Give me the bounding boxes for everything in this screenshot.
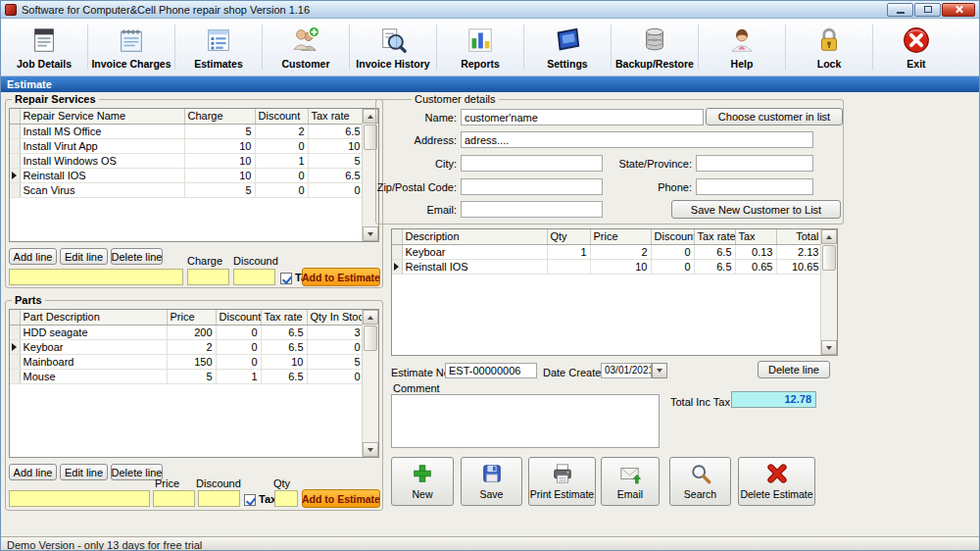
minimize-button[interactable]	[887, 3, 913, 17]
customer-details-group: Customer details Name: Choose customer i…	[375, 99, 844, 225]
toolbar-lock[interactable]: Lock	[786, 19, 872, 75]
repair-services-title: Repair Services	[12, 93, 99, 105]
toolbar-customer[interactable]: Customer	[263, 19, 349, 75]
repair-add-to-estimate-button[interactable]: Add to Estimate	[302, 268, 380, 286]
customer-details-title: Customer details	[412, 93, 499, 105]
total-inc-tax-value: 12.78	[731, 391, 816, 408]
parts-discount-label: Discound	[196, 477, 241, 489]
table-row[interactable]: Mainboard 150 0 10 5	[10, 354, 364, 369]
estimate-items-panel: Description Qty Price Discount Tax rate …	[391, 228, 838, 356]
parts-scrollbar[interactable]	[362, 310, 378, 457]
toolbar-invoice-charges[interactable]: Invoice Charges	[88, 19, 174, 75]
address-label: Address:	[376, 134, 457, 146]
toolbar-invoice-history[interactable]: Invoice History	[350, 19, 436, 75]
estimates-icon	[204, 25, 233, 57]
customer-city-input[interactable]	[461, 155, 603, 172]
toolbar-job-details[interactable]: Job Details	[1, 19, 87, 75]
scroll-down-icon[interactable]	[821, 340, 837, 355]
scrollbar-thumb[interactable]	[364, 326, 377, 351]
customer-state-input[interactable]	[696, 155, 813, 172]
customer-address-input[interactable]	[461, 131, 813, 148]
date-dropdown-button[interactable]	[652, 363, 667, 378]
new-icon	[412, 463, 433, 486]
parts-table: Part Description Price Discount Tax rate…	[10, 310, 365, 384]
status-text: Demo Version - only 13 days for free tri…	[7, 539, 202, 551]
toolbar-help[interactable]: Help	[699, 19, 785, 75]
customer-phone-input[interactable]	[696, 178, 813, 195]
save-new-customer-button[interactable]: Save New Customer to List	[671, 200, 841, 219]
new-button[interactable]: New	[391, 457, 454, 506]
repair-edit-line-button[interactable]: Edit line	[60, 248, 108, 265]
toolbar-exit[interactable]: Exit	[873, 19, 959, 75]
parts-add-line-button[interactable]: Add line	[9, 464, 57, 480]
table-row[interactable]: Scan Virus 5 0 0	[10, 182, 364, 197]
scroll-down-icon[interactable]	[363, 442, 378, 457]
comment-label: Comment	[393, 382, 440, 394]
estimate-no-label: Estimate No	[391, 367, 450, 378]
scroll-up-icon[interactable]	[821, 229, 837, 244]
app-icon	[5, 4, 17, 16]
table-row[interactable]: Mouse 5 1 6.5 0	[10, 369, 364, 383]
scroll-down-icon[interactable]	[363, 226, 378, 241]
search-button[interactable]: Search	[669, 457, 731, 506]
toolbar-estimates[interactable]: Estimates	[175, 19, 262, 75]
repair-discount-label: Discound	[233, 255, 278, 267]
settings-icon	[553, 25, 582, 57]
zip-label: Zip/Postal Code:	[376, 181, 457, 193]
parts-tax-checkbox[interactable]	[244, 494, 256, 506]
table-row[interactable]: Keyboar 1 2 0 6.5 0.13 2.13	[392, 244, 822, 259]
customer-icon	[291, 25, 320, 57]
table-row[interactable]: Install MS Office 5 2 6.5	[10, 124, 364, 138]
print-estimate-button[interactable]: Print Estimate	[528, 457, 596, 506]
repair-header-row: Repair Service Name Charge Discount Tax …	[10, 109, 364, 124]
repair-delete-line-button[interactable]: Delete line	[111, 248, 163, 265]
table-row[interactable]: Install Virut App 10 0 10	[10, 138, 364, 153]
current-row-marker-icon	[12, 343, 17, 351]
name-label: Name:	[376, 112, 457, 124]
parts-group: Parts Part Description Price Discount Ta…	[5, 300, 383, 511]
parts-description-input[interactable]	[9, 490, 150, 507]
exit-icon	[902, 25, 931, 57]
scrollbar-thumb[interactable]	[822, 245, 836, 271]
repair-service-name-input[interactable]	[9, 269, 183, 285]
current-row-marker-icon	[394, 263, 399, 271]
help-icon	[727, 25, 757, 57]
maximize-button[interactable]	[914, 3, 941, 17]
save-icon	[481, 463, 503, 486]
customer-zip-input[interactable]	[461, 178, 603, 195]
parts-discount-input[interactable]	[198, 490, 240, 507]
repair-tax-checkbox[interactable]	[280, 273, 292, 284]
customer-email-input[interactable]	[461, 201, 603, 218]
table-row[interactable]: Install Windows OS 10 1 5	[10, 153, 364, 168]
close-button[interactable]	[942, 3, 975, 17]
toolbar-reports[interactable]: Reports	[437, 19, 523, 75]
save-button[interactable]: Save	[461, 457, 522, 506]
reports-icon	[466, 25, 495, 57]
repair-discount-input[interactable]	[233, 269, 275, 285]
delete-estimate-button[interactable]: Delete Estimate	[738, 457, 815, 506]
table-row-selected[interactable]: Keyboar 2 0 6.5 0	[10, 339, 364, 354]
comment-textarea[interactable]	[391, 394, 660, 448]
repair-add-line-button[interactable]: Add line	[9, 248, 57, 265]
parts-add-to-estimate-button[interactable]: Add to Estimate	[302, 489, 380, 508]
estimate-scrollbar[interactable]	[820, 229, 837, 355]
toolbar-settings[interactable]: Settings	[524, 19, 611, 75]
table-row-selected[interactable]: Reinstall IOS 10 0 6.5	[10, 168, 364, 182]
date-create-field[interactable]: 03/01/2021	[601, 363, 652, 378]
table-row[interactable]: HDD seagate 200 0 6.5 3	[10, 325, 364, 339]
parts-qty-label: Qty	[273, 477, 290, 489]
job-details-icon	[29, 25, 59, 57]
toolbar-backup-restore[interactable]: Backup/Restore	[612, 19, 698, 75]
table-row-selected[interactable]: Reinstall IOS 10 0 6.5 0.65 10.65	[392, 259, 822, 274]
parts-title: Parts	[12, 294, 45, 306]
repair-services-group: Repair Services Repair Service Name Char…	[5, 99, 383, 288]
choose-customer-button[interactable]: Choose customer in list	[706, 108, 843, 125]
customer-name-input[interactable]	[461, 109, 704, 125]
estimate-delete-line-button[interactable]: Delete line	[758, 361, 830, 378]
repair-charge-input[interactable]	[187, 269, 229, 285]
parts-edit-line-button[interactable]: Edit line	[60, 464, 108, 480]
email-button[interactable]: Email	[601, 457, 660, 506]
parts-price-input[interactable]	[153, 490, 195, 507]
parts-qty-input[interactable]	[274, 490, 298, 507]
scroll-up-icon[interactable]	[363, 310, 378, 325]
